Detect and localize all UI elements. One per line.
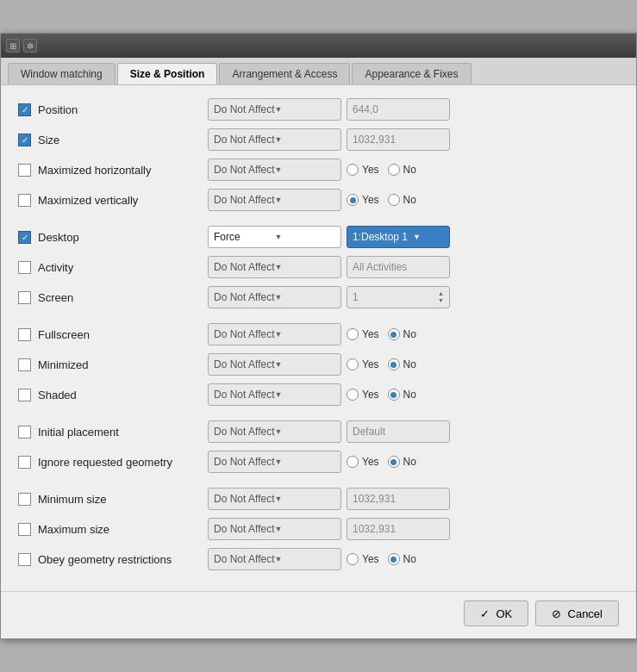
value-desktop[interactable]: 1:Desktop 1▼	[347, 226, 450, 248]
radio-no-maximized-h[interactable]: No	[388, 164, 416, 176]
select-obey-geometry[interactable]: Do Not Affect▼	[208, 548, 341, 570]
select-screen[interactable]: Do Not Affect▼	[208, 286, 341, 308]
radio-no-label-maximized-h: No	[403, 164, 416, 176]
row-label-size: Size	[18, 134, 208, 146]
radio-group-maximized-v: YesNo	[347, 194, 416, 206]
radio-no-shaded[interactable]: No	[388, 389, 416, 401]
close-button[interactable]	[615, 38, 631, 53]
radio-group-shaded: YesNo	[347, 389, 416, 401]
tab-size-position[interactable]: Size & Position	[117, 63, 218, 84]
radio-no-indicator-shaded	[388, 389, 400, 401]
titlebar: ⊞ ✲	[1, 34, 636, 58]
checkbox-screen[interactable]	[18, 291, 31, 304]
separator	[18, 315, 619, 322]
select-maximized-h[interactable]: Do Not Affect▼	[208, 159, 341, 181]
checkbox-fullscreen[interactable]	[18, 328, 31, 341]
tab-arrangement-access[interactable]: Arrangement & Access	[219, 63, 350, 84]
radio-no-fullscreen[interactable]: No	[388, 328, 416, 340]
checkbox-maximized-h[interactable]	[18, 164, 31, 177]
checkbox-shaded[interactable]	[18, 389, 31, 401]
row-position: PositionDo Not Affect▼644,0	[18, 97, 619, 121]
row-ignore-geometry: Ignore requested geometryDo Not Affect▼Y…	[18, 450, 619, 474]
radio-no-indicator-obey-geometry	[388, 553, 400, 565]
checkbox-minimized[interactable]	[18, 358, 31, 371]
select-maximized-v[interactable]: Do Not Affect▼	[208, 189, 341, 211]
checkbox-initial-placement[interactable]	[18, 426, 31, 439]
label-ignore-geometry: Ignore requested geometry	[38, 456, 172, 469]
radio-yes-indicator-ignore-geometry	[347, 456, 359, 468]
row-minimized: MinimizedDo Not Affect▼YesNo	[18, 352, 619, 376]
help-button[interactable]	[559, 38, 574, 53]
radio-yes-maximized-v[interactable]: Yes	[347, 194, 379, 206]
checkbox-position[interactable]	[18, 103, 31, 116]
checkbox-obey-geometry[interactable]	[18, 553, 31, 566]
checkbox-desktop[interactable]	[18, 231, 31, 244]
row-obey-geometry: Obey geometry restrictionsDo Not Affect▼…	[18, 547, 619, 571]
radio-no-label-ignore-geometry: No	[403, 456, 416, 468]
radio-yes-indicator-maximized-v	[347, 194, 359, 206]
radio-no-indicator-ignore-geometry	[388, 456, 400, 468]
select-shaded[interactable]: Do Not Affect▼	[208, 383, 341, 406]
ok-button[interactable]: ✓ OK	[464, 600, 528, 626]
minimize-button[interactable]	[578, 38, 593, 53]
row-initial-placement: Initial placementDo Not Affect▼Default	[18, 420, 619, 444]
radio-group-ignore-geometry: YesNo	[347, 456, 416, 468]
checkbox-minimum-size[interactable]	[18, 493, 31, 506]
checkbox-activity[interactable]	[18, 261, 31, 274]
radio-no-minimized[interactable]: No	[388, 358, 416, 370]
row-minimum-size: Minimum sizeDo Not Affect▼1032,931	[18, 487, 619, 511]
label-desktop: Desktop	[38, 231, 79, 244]
row-label-screen: Screen	[18, 291, 208, 304]
value-maximum-size: 1032,931	[347, 518, 450, 540]
select-activity[interactable]: Do Not Affect▼	[208, 256, 341, 278]
select-position[interactable]: Do Not Affect▼	[208, 98, 341, 121]
pin-icon[interactable]: ✲	[23, 39, 37, 53]
value-initial-placement: Default	[347, 420, 450, 443]
checkbox-maximized-v[interactable]	[18, 194, 31, 207]
value-size: 1032,931	[347, 128, 450, 151]
select-minimum-size[interactable]: Do Not Affect▼	[208, 488, 341, 510]
row-maximum-size: Maximum sizeDo Not Affect▼1032,931	[18, 517, 619, 541]
radio-no-label-fullscreen: No	[403, 328, 416, 340]
select-minimized[interactable]: Do Not Affect▼	[208, 353, 341, 376]
radio-yes-ignore-geometry[interactable]: Yes	[347, 456, 379, 468]
radio-no-indicator-minimized	[388, 358, 400, 370]
spinbox-arrows-screen[interactable]: ▲▼	[438, 290, 444, 303]
radio-group-obey-geometry: YesNo	[347, 553, 416, 565]
cancel-button[interactable]: ⊘ Cancel	[535, 600, 619, 626]
spinbox-screen[interactable]: 1▲▼	[347, 286, 450, 308]
select-size[interactable]: Do Not Affect▼	[208, 128, 341, 151]
radio-yes-shaded[interactable]: Yes	[347, 389, 379, 401]
select-maximum-size[interactable]: Do Not Affect▼	[208, 518, 341, 540]
radio-no-label-maximized-v: No	[403, 194, 416, 206]
row-label-activity: Activity	[18, 261, 208, 274]
radio-yes-fullscreen[interactable]: Yes	[347, 328, 379, 340]
select-desktop[interactable]: Force▼	[208, 226, 341, 248]
select-fullscreen[interactable]: Do Not Affect▼	[208, 323, 341, 345]
app-icon: ⊞	[6, 39, 20, 53]
radio-no-ignore-geometry[interactable]: No	[388, 456, 416, 468]
label-fullscreen: Fullscreen	[38, 328, 90, 341]
select-ignore-geometry[interactable]: Do Not Affect▼	[208, 451, 341, 473]
label-screen: Screen	[38, 291, 73, 304]
tab-window-matching[interactable]: Window matching	[8, 63, 116, 84]
radio-yes-minimized[interactable]: Yes	[347, 358, 379, 370]
row-label-minimum-size: Minimum size	[18, 493, 208, 506]
radio-no-maximized-v[interactable]: No	[388, 194, 416, 206]
radio-yes-label-fullscreen: Yes	[362, 328, 379, 340]
row-size: SizeDo Not Affect▼1032,931	[18, 128, 619, 152]
checkbox-size[interactable]	[18, 134, 31, 146]
maximize-button[interactable]	[596, 38, 612, 53]
radio-yes-obey-geometry[interactable]: Yes	[347, 553, 379, 565]
radio-yes-maximized-h[interactable]: Yes	[347, 164, 379, 176]
tab-appearance-fixes[interactable]: Appearance & Fixes	[352, 63, 471, 84]
row-screen: ScreenDo Not Affect▼1▲▼	[18, 285, 619, 309]
row-label-desktop: Desktop	[18, 231, 208, 244]
radio-group-maximized-h: YesNo	[347, 164, 416, 176]
select-initial-placement[interactable]: Do Not Affect▼	[208, 420, 341, 443]
tabs-bar: Window matching Size & Position Arrangem…	[1, 58, 636, 85]
checkbox-maximum-size[interactable]	[18, 523, 31, 536]
checkbox-ignore-geometry[interactable]	[18, 456, 31, 469]
radio-no-obey-geometry[interactable]: No	[388, 553, 416, 565]
label-shaded: Shaded	[38, 389, 77, 401]
